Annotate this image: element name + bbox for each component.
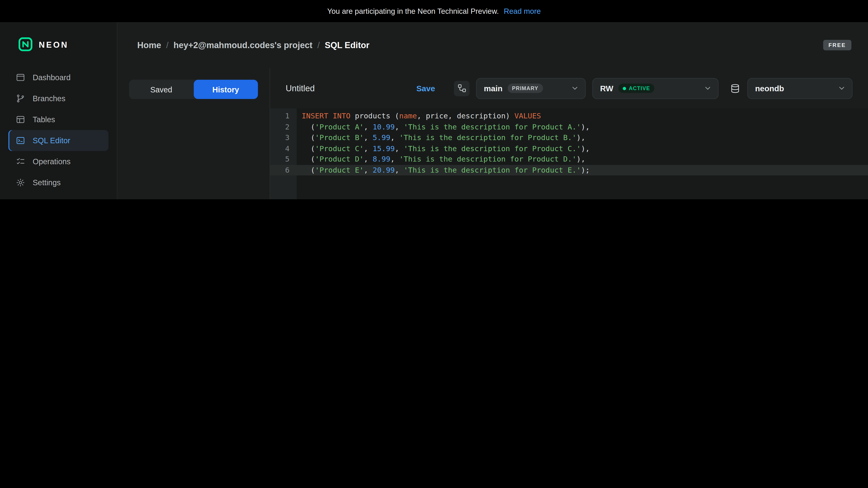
status-dot xyxy=(623,87,626,90)
database-icon xyxy=(730,83,741,94)
sidebar-item-settings[interactable]: Settings xyxy=(8,172,108,193)
schema-diagram-button[interactable] xyxy=(454,80,469,96)
code-line[interactable]: 3 ('Product B', 5.99, 'This is the descr… xyxy=(270,132,868,143)
dashboard-icon xyxy=(16,72,26,83)
code-line[interactable]: 4 ('Product C', 15.99, 'This is the desc… xyxy=(270,143,868,154)
sidebar-nav: Dashboard Branches Tables SQL Editor Ope… xyxy=(0,67,117,199)
saved-history-tabs: Saved History xyxy=(129,80,258,99)
sidebar: NEON Dashboard Branches Tables SQL Edi xyxy=(0,22,117,199)
branch-name: main xyxy=(484,84,502,93)
sql-editor-icon xyxy=(16,135,26,145)
code-line[interactable]: 1INSERT INTO products (name, price, desc… xyxy=(270,111,868,122)
breadcrumb-separator: / xyxy=(166,40,168,50)
breadcrumb-project[interactable]: hey+2@mahmoud.codes's project xyxy=(174,40,312,50)
chevron-down-icon xyxy=(571,84,579,92)
line-number: 6 xyxy=(270,165,297,175)
breadcrumb-separator: / xyxy=(317,40,320,50)
brand-name: NEON xyxy=(39,39,68,49)
line-number: 1 xyxy=(270,111,297,122)
query-title: Untitled xyxy=(286,84,315,93)
preview-banner: You are participating in the Neon Techni… xyxy=(0,0,868,22)
line-number: 2 xyxy=(270,122,297,132)
sidebar-item-dashboard[interactable]: Dashboard xyxy=(8,67,108,88)
history-panel: Saved History Your history is empty xyxy=(117,68,270,199)
code-lines: 1INSERT INTO products (name, price, desc… xyxy=(270,108,868,175)
code-line[interactable]: 2 ('Product A', 10.99, 'This is the desc… xyxy=(270,122,868,132)
code-line[interactable]: 5 ('Product D', 8.99, 'This is the descr… xyxy=(270,154,868,165)
app-window: You are participating in the Neon Techni… xyxy=(0,0,868,199)
database-select[interactable]: neondb xyxy=(747,78,852,99)
breadcrumb: Home / hey+2@mahmoud.codes's project / S… xyxy=(137,40,369,50)
gear-icon xyxy=(16,177,26,188)
banner-text: You are participating in the Neon Techni… xyxy=(327,7,499,15)
primary-badge: PRIMARY xyxy=(507,84,543,93)
database-name: neondb xyxy=(755,84,784,93)
plan-badge: FREE xyxy=(823,40,851,51)
compute-name: RW xyxy=(600,84,614,93)
tab-history[interactable]: History xyxy=(193,80,258,99)
branch-select[interactable]: main PRIMARY xyxy=(476,78,586,99)
branch-icon xyxy=(16,94,26,103)
breadcrumb-current: SQL Editor xyxy=(325,40,370,50)
line-number: 4 xyxy=(270,143,297,154)
sql-code-editor[interactable]: 1INSERT INTO products (name, price, desc… xyxy=(270,108,868,199)
page-header: Home / hey+2@mahmoud.codes's project / S… xyxy=(117,22,868,68)
history-empty-state: Your history is empty xyxy=(117,99,270,199)
brand[interactable]: NEON xyxy=(0,22,117,67)
tab-saved[interactable]: Saved xyxy=(129,80,193,99)
sidebar-item-branches[interactable]: Branches xyxy=(8,88,108,109)
sidebar-item-operations[interactable]: Operations xyxy=(8,151,108,172)
chevron-down-icon xyxy=(704,84,712,92)
editor-toolbar: Untitled Save main PRIMARY xyxy=(270,68,868,108)
neon-logo-icon xyxy=(18,37,33,52)
breadcrumb-home[interactable]: Home xyxy=(137,40,161,50)
table-icon xyxy=(16,115,26,125)
code-line[interactable]: 6 ('Product E', 20.99, 'This is the desc… xyxy=(270,165,868,175)
active-badge: ACTIVE xyxy=(618,84,654,93)
sql-editor-section: Untitled Save main PRIMARY xyxy=(270,68,868,199)
chevron-down-icon xyxy=(837,84,846,92)
line-number: 3 xyxy=(270,132,297,143)
sidebar-item-integrations[interactable]: Integrations xyxy=(8,193,108,199)
integrations-icon xyxy=(16,199,26,199)
checklist-icon xyxy=(16,157,26,166)
sidebar-item-tables[interactable]: Tables xyxy=(8,109,108,130)
read-more-link[interactable]: Read more xyxy=(504,7,541,15)
sidebar-item-sql-editor[interactable]: SQL Editor xyxy=(8,130,108,151)
line-number: 5 xyxy=(270,154,297,165)
save-button[interactable]: Save xyxy=(416,84,435,93)
compute-select[interactable]: RW ACTIVE xyxy=(592,78,718,99)
